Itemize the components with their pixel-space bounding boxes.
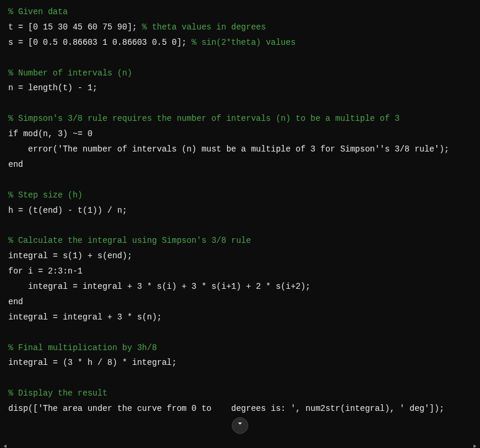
scroll-left-icon <box>4 444 6 448</box>
code-text: integral = s(1) + s(end); <box>8 251 132 261</box>
scroll-right-icon <box>474 444 476 448</box>
comment-text: % Final multiplication by 3h/8 <box>8 343 157 353</box>
code-text: t = [0 15 30 45 60 75 90]; <box>8 22 142 32</box>
code-text: n = length(t) - 1; <box>8 83 97 93</box>
code-text: end <box>8 160 23 169</box>
comment-text: % Given data <box>8 7 68 17</box>
horizontal-scrollbar[interactable] <box>4 444 476 447</box>
code-line: % Calculate the integral using Simpson's… <box>8 233 472 249</box>
code-text: integral = (3 * h / 8) * integral; <box>8 358 177 367</box>
code-text: disp(['The area under the curve from 0 t… <box>8 404 444 413</box>
comment-text: % Step size (h) <box>8 190 83 200</box>
code-block: % Given datat = [0 15 30 45 60 75 90]; %… <box>8 5 472 417</box>
code-line <box>8 96 472 111</box>
code-line: n = length(t) - 1; <box>8 81 472 96</box>
code-line: integral = (3 * h / 8) * integral; <box>8 355 472 371</box>
code-line <box>8 371 472 386</box>
code-line: % Final multiplication by 3h/8 <box>8 341 472 356</box>
code-text: s = [0 0.5 0.86603 1 0.86603 0.5 0]; <box>8 38 192 47</box>
code-line: s = [0 0.5 0.86603 1 0.86603 0.5 0]; % s… <box>8 35 472 51</box>
code-text: error('The number of intervals (n) must … <box>8 144 449 154</box>
comment-text: % Display the result <box>8 388 107 398</box>
code-line: if mod(n, 3) ~= 0 <box>8 127 472 142</box>
code-line: % Simpson's 3/8 rule requires the number… <box>8 111 472 127</box>
code-line: % Number of intervals (n) <box>8 66 472 81</box>
comment-text: % Number of intervals (n) <box>8 68 132 78</box>
code-line <box>8 173 472 188</box>
code-line: % Given data <box>8 5 472 20</box>
code-line: for i = 2:3:n-1 <box>8 264 472 279</box>
code-text: h = (t(end) - t(1)) / n; <box>8 206 127 215</box>
code-line <box>8 218 472 233</box>
code-line: integral = s(1) + s(end); <box>8 249 472 264</box>
code-line: t = [0 15 30 45 60 75 90]; % theta value… <box>8 20 472 35</box>
code-line: integral = integral + 3 * s(n); <box>8 310 472 325</box>
code-line: % Step size (h) <box>8 188 472 203</box>
comment-text: % theta values in degrees <box>142 22 266 32</box>
comment-text: % Simpson's 3/8 rule requires the number… <box>8 114 400 123</box>
arrow-down-icon <box>236 418 244 433</box>
comment-text: % Calculate the integral using Simpson's… <box>8 236 251 245</box>
code-line: error('The number of intervals (n) must … <box>8 142 472 157</box>
code-line: h = (t(end) - t(1)) / n; <box>8 203 472 219</box>
code-line <box>8 325 472 341</box>
scroll-down-button[interactable] <box>232 417 248 434</box>
comment-text: % sin(2*theta) values <box>192 38 295 47</box>
code-line: integral = integral + 3 * s(i) + 3 * s(i… <box>8 279 472 295</box>
code-text: for i = 2:3:n-1 <box>8 266 83 276</box>
code-text: if mod(n, 3) ~= 0 <box>8 129 93 139</box>
code-line <box>8 51 472 66</box>
code-line: end <box>8 157 472 173</box>
code-text: integral = integral + 3 * s(n); <box>8 312 162 322</box>
code-text: end <box>8 297 23 307</box>
code-text: integral = integral + 3 * s(i) + 3 * s(i… <box>8 282 310 291</box>
code-line: disp(['The area under the curve from 0 t… <box>8 401 472 417</box>
code-line: end <box>8 295 472 310</box>
code-line: % Display the result <box>8 386 472 401</box>
